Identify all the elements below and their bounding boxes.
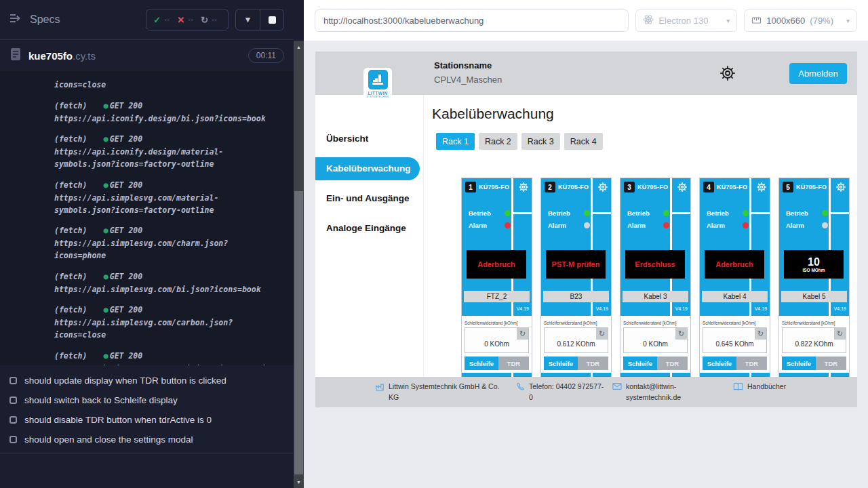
test-stats[interactable]: ✓ -- ✕ -- ↻ --	[146, 9, 229, 30]
rack-tabs: Rack 1 Rack 2 Rack 3 Rack 4	[436, 133, 603, 150]
divider	[0, 453, 294, 454]
reading-value: 0.822 KOhm	[783, 340, 846, 348]
divider	[591, 212, 611, 214]
pending-icon: ↻	[201, 15, 208, 25]
card-settings-gear-icon[interactable]	[517, 180, 530, 194]
settings-gear-button[interactable]	[717, 63, 738, 83]
reading-value: 0 KOhm	[465, 340, 528, 348]
screen: Specs ✓ -- ✕ -- ↻ -- ▼	[0, 0, 868, 488]
log-entry[interactable]: (fetch)●GET 200 https://api.simplesvg.co…	[54, 304, 284, 341]
status-display: PST-M prüfen	[546, 250, 606, 279]
tdr-button[interactable]: TDR	[736, 357, 767, 370]
scroll-up-arrow[interactable]: ▲	[294, 42, 304, 52]
card-model: KÜ705-FO	[717, 184, 747, 190]
url-input[interactable]: http://localhost:3000/kabelueberwachung	[315, 9, 629, 32]
scroll-down-arrow[interactable]: ▼	[294, 477, 304, 487]
schleife-button[interactable]: Schleife	[703, 357, 736, 370]
sidebar-item-uebersicht[interactable]: Übersicht	[315, 127, 420, 150]
littwin-logo: LITTWIN SYSTEMTECHNIK	[363, 68, 392, 102]
refresh-icon[interactable]: ↻	[755, 328, 766, 340]
log-entry[interactable]: (fetch)●GET 200 https://api.iconify.desi…	[54, 133, 284, 170]
card-model: KÜ705-FO	[479, 184, 509, 190]
schleife-button[interactable]: Schleife	[782, 357, 816, 370]
log-entry[interactable]: (fetch)●GET 200 https://api.simplesvg.co…	[54, 224, 284, 262]
log-entry[interactable]: (fetch)●GET 200 https://api.simplesvg.co…	[54, 179, 284, 216]
reading-box: ↻ 0 KOhm	[465, 327, 529, 353]
tab-rack-2[interactable]: Rack 2	[479, 133, 517, 150]
factory-icon	[375, 382, 384, 403]
reading-box: ↻ 0.822 KOhm	[782, 327, 846, 353]
card-settings-gear-icon[interactable]	[834, 180, 848, 194]
sidebar-item-kabelueberwachung[interactable]: Kabelüberwachung	[315, 157, 420, 180]
chevron-down-icon: ▾	[726, 17, 730, 24]
footer-email[interactable]: kontakt@littwin-systemtechnik.de	[612, 382, 694, 403]
schleife-button[interactable]: Schleife	[544, 357, 578, 370]
status-dot-icon: ●	[103, 180, 108, 190]
card-number-badge: 4	[703, 182, 714, 192]
log-entry[interactable]: (fetch)●GET 200 https://api.iconify.desi…	[54, 100, 284, 125]
collapse-button[interactable]: ▼	[236, 9, 260, 30]
status-display: 10 ISO MOhm	[784, 250, 844, 279]
card-number-badge: 2	[545, 182, 555, 192]
scrollbar-track[interactable]: ▲ ▼	[294, 41, 304, 488]
test-pending-icon	[9, 377, 17, 384]
status-dot-icon: ●	[103, 226, 108, 235]
tdr-button[interactable]: TDR	[657, 357, 688, 370]
footer-company: Littwin Systemtechnik GmbH & Co. KG	[375, 382, 500, 403]
test-item[interactable]: should disable TDR button when tdrActive…	[0, 410, 294, 430]
logout-button[interactable]: Abmelden	[789, 63, 847, 84]
log-entry[interactable]: (fetch)●GET 200 https://api.simplesvg.co…	[54, 270, 284, 296]
status-dot-icon: ●	[103, 134, 108, 144]
specs-menu-toggle[interactable]: Specs	[9, 14, 60, 26]
reading-box: ↻ 0 KOhm	[623, 327, 688, 353]
card-settings-gear-icon[interactable]	[596, 180, 610, 194]
test-pending-icon	[9, 436, 17, 443]
firmware-version: V4.19	[596, 306, 608, 311]
test-item[interactable]: should switch back to Schleife display	[0, 390, 294, 410]
failed-count: --	[188, 15, 193, 24]
reading-title: Schleifenwiderstand [kOhm]	[703, 321, 755, 325]
sidebar-item-ein-und-ausgaenge[interactable]: Ein- und Ausgänge	[315, 187, 420, 210]
test-item[interactable]: should open and close the settings modal	[0, 430, 294, 449]
refresh-icon[interactable]: ↻	[834, 328, 846, 340]
ruler-icon	[751, 14, 762, 26]
schleife-button[interactable]: Schleife	[623, 357, 657, 370]
tab-rack-3[interactable]: Rack 3	[521, 133, 560, 150]
spec-duration-badge: 00:11	[248, 48, 284, 63]
reading-box: ↻ 0.645 KOhm	[703, 327, 767, 353]
runner-header: Specs ✓ -- ✕ -- ↻ -- ▼	[0, 0, 294, 39]
firmware-version: V4.19	[675, 306, 688, 311]
card-settings-gear-icon[interactable]	[755, 180, 768, 194]
tab-rack-4[interactable]: Rack 4	[564, 133, 603, 150]
phone-icon	[516, 382, 525, 403]
stop-run-button[interactable]	[260, 9, 283, 30]
schleife-button[interactable]: Schleife	[465, 357, 498, 370]
log-url: https://api.simplesvg.com/charm.json?ico…	[54, 238, 278, 262]
browser-selector[interactable]: Electron 130 ▾	[635, 9, 737, 32]
card-settings-gear-icon[interactable]	[675, 180, 689, 194]
tdr-button[interactable]: TDR	[816, 357, 846, 370]
refresh-icon[interactable]: ↻	[596, 328, 608, 340]
refresh-icon[interactable]: ↻	[517, 328, 528, 340]
scrollbar-thumb[interactable]	[294, 191, 303, 474]
refresh-icon[interactable]: ↻	[675, 328, 687, 340]
spec-extension: .cy.ts	[73, 50, 96, 62]
log-entry[interactable]: (fetch)●GET 200 https://api.simplesvg.co…	[54, 350, 284, 365]
test-item[interactable]: should update display when TDR button is…	[0, 371, 294, 390]
specs-label: Specs	[30, 14, 60, 26]
sidebar-item-analoge-eingaenge[interactable]: Analoge Eingänge	[315, 217, 420, 240]
reading-title: Schleifenwiderstand [kOhm]	[544, 321, 597, 325]
littwin-logo-icon	[368, 70, 388, 89]
tab-rack-1[interactable]: Rack 1	[436, 133, 475, 150]
viewport-selector[interactable]: 1000x660 (79%) ▾	[744, 9, 857, 32]
device-card-4: 4 KÜ705-FO	[699, 178, 770, 407]
spec-row[interactable]: kue705fo.cy.ts 00:11	[0, 40, 294, 71]
stop-icon	[269, 16, 276, 24]
tdr-button[interactable]: TDR	[498, 357, 529, 370]
footer-phone[interactable]: Telefon: 04402 972577-0	[516, 382, 606, 403]
footer-handbuecher[interactable]: Handbücher	[733, 382, 786, 392]
tdr-button[interactable]: TDR	[578, 357, 608, 370]
spec-name: kue705fo.cy.ts	[28, 50, 96, 62]
cable-label: Kabel 4	[702, 291, 768, 302]
aut-panel: http://localhost:3000/kabelueberwachung …	[304, 0, 868, 488]
